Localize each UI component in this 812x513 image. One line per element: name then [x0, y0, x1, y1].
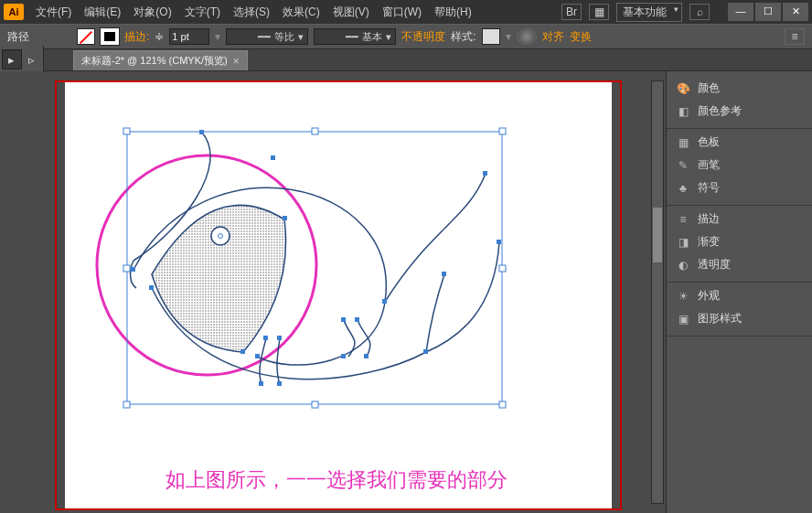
selection-tool[interactable]: ▸ — [2, 49, 22, 69]
svg-rect-21 — [277, 381, 282, 386]
svg-rect-29 — [240, 349, 245, 354]
scroll-thumb[interactable] — [653, 208, 662, 262]
close-tab-icon[interactable]: × — [233, 55, 240, 68]
svg-rect-23 — [364, 354, 369, 358]
menu-effect[interactable]: 效果(C) — [276, 0, 326, 24]
panel-appearance[interactable]: ☀外观 — [667, 284, 812, 307]
style-swatch[interactable] — [482, 28, 500, 45]
svg-rect-32 — [355, 317, 359, 322]
graphic-styles-icon: ▣ — [676, 312, 690, 326]
svg-rect-24 — [382, 299, 387, 304]
main-menu: 文件(F) 编辑(E) 对象(O) 文字(T) 选择(S) 效果(C) 视图(V… — [29, 0, 561, 24]
brush-icon: ✎ — [676, 158, 690, 173]
menu-object[interactable]: 对象(O) — [127, 0, 177, 24]
svg-rect-26 — [442, 272, 446, 276]
artwork — [65, 82, 612, 508]
svg-rect-19 — [255, 354, 260, 358]
panel-color-guide[interactable]: ◧颜色参考 — [667, 100, 812, 123]
svg-rect-30 — [277, 336, 282, 340]
panel-symbols[interactable]: ♣符号 — [667, 176, 812, 199]
opacity-link[interactable]: 不透明度 — [401, 29, 445, 45]
recolor-icon[interactable] — [517, 28, 537, 45]
swatches-icon: ▦ — [676, 135, 690, 150]
menu-type[interactable]: 文字(T) — [178, 0, 227, 24]
svg-rect-25 — [423, 349, 428, 354]
svg-rect-9 — [123, 265, 130, 272]
svg-rect-18 — [149, 285, 154, 290]
gradient-icon: ◨ — [676, 235, 690, 250]
svg-rect-15 — [271, 155, 275, 160]
appearance-icon: ☀ — [676, 289, 690, 304]
panel-transparency[interactable]: ◐透明度 — [667, 253, 812, 276]
right-panels: 🎨颜色 ◧颜色参考 ▦色板 ✎画笔 ♣符号 ≡描边 ◨渐变 ◐透明度 ☀外观 ▣… — [666, 71, 812, 513]
minimize-button[interactable]: — — [728, 3, 753, 21]
brush-dropdown[interactable]: ━━基本▾ — [314, 28, 396, 45]
menu-window[interactable]: 窗口(W) — [376, 0, 428, 24]
svg-rect-7 — [312, 128, 318, 134]
arrange-icon[interactable]: ▦ — [589, 4, 609, 20]
svg-rect-27 — [483, 171, 487, 176]
svg-rect-14 — [199, 130, 204, 134]
svg-point-4 — [219, 234, 223, 239]
stroke-swatch[interactable] — [101, 28, 119, 45]
svg-rect-13 — [499, 401, 506, 408]
symbols-icon: ♣ — [676, 181, 690, 196]
palette-icon: 🎨 — [676, 81, 690, 96]
fill-swatch[interactable] — [77, 28, 95, 45]
menu-view[interactable]: 视图(V) — [326, 0, 376, 24]
svg-rect-28 — [497, 240, 501, 244]
svg-rect-10 — [499, 265, 506, 272]
svg-rect-6 — [123, 128, 130, 134]
maximize-button[interactable]: ☐ — [755, 3, 781, 21]
stroke-weight-input[interactable] — [169, 28, 209, 45]
menu-edit[interactable]: 编辑(E) — [78, 0, 127, 24]
panel-brushes[interactable]: ✎画笔 — [667, 154, 812, 176]
svg-rect-12 — [312, 401, 318, 408]
svg-rect-11 — [123, 401, 130, 408]
svg-rect-31 — [263, 336, 268, 340]
document-tab[interactable]: 未标题-2* @ 121% (CMYK/预览) × — [73, 50, 248, 70]
svg-rect-22 — [341, 354, 346, 358]
align-link[interactable]: 对齐 — [542, 29, 564, 45]
stroke-icon: ≡ — [676, 212, 690, 227]
menu-file[interactable]: 文件(F) — [29, 0, 78, 24]
panel-stroke[interactable]: ≡描边 — [667, 208, 812, 230]
svg-rect-16 — [283, 216, 287, 220]
svg-rect-8 — [499, 128, 506, 134]
workspace-switcher[interactable]: 基本功能 — [616, 3, 682, 22]
panel-menu-icon[interactable]: ≡ — [785, 28, 805, 45]
search-icon[interactable]: ⌕ — [689, 4, 710, 20]
app-logo: Ai — [4, 4, 24, 20]
close-button[interactable]: ✕ — [783, 3, 808, 21]
panel-gradient[interactable]: ◨渐变 — [667, 230, 812, 253]
style-label: 样式: — [451, 29, 475, 45]
instruction-text: 如上图所示，一一选择我们需要的部分 — [166, 466, 508, 494]
artboard[interactable]: 如上图所示，一一选择我们需要的部分 — [65, 82, 612, 508]
panel-swatches[interactable]: ▦色板 — [667, 131, 812, 154]
transparency-icon: ◐ — [676, 258, 690, 273]
profile-dropdown[interactable]: ━━等比▾ — [226, 28, 308, 45]
panel-graphic-styles[interactable]: ▣图形样式 — [667, 307, 812, 330]
transform-link[interactable]: 变换 — [570, 29, 592, 45]
stroke-link[interactable]: 描边: — [124, 29, 149, 45]
svg-rect-17 — [131, 267, 135, 272]
color-guide-icon: ◧ — [676, 104, 690, 119]
svg-rect-33 — [341, 317, 346, 322]
bridge-icon[interactable]: Br — [561, 4, 582, 20]
selection-type-label: 路径 — [7, 29, 29, 45]
menu-help[interactable]: 帮助(H) — [428, 0, 478, 24]
vertical-scrollbar[interactable] — [651, 80, 664, 504]
document-tab-label: 未标题-2* @ 121% (CMYK/预览) — [81, 54, 228, 68]
panel-color[interactable]: 🎨颜色 — [667, 77, 812, 100]
svg-rect-20 — [259, 381, 263, 386]
menu-select[interactable]: 选择(S) — [227, 0, 276, 24]
direct-selection-tool[interactable]: ▹ — [22, 49, 42, 69]
